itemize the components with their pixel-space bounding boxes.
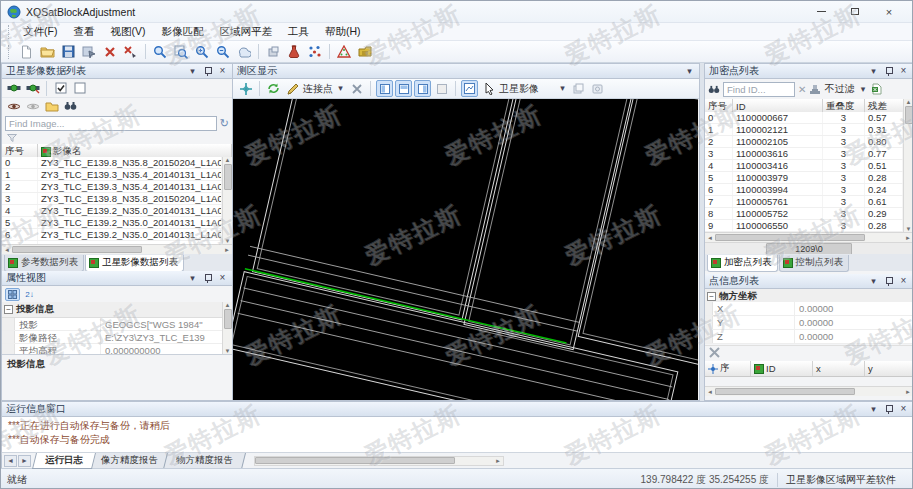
image-table-vscrollbar[interactable]: ▲▼ (222, 157, 232, 244)
minimize-button[interactable] (804, 1, 838, 22)
table-row[interactable]: 5110000397930.28 (705, 172, 903, 184)
menu-item[interactable]: 查看 (65, 23, 102, 41)
point-count-pager[interactable]: 1209\0 (766, 243, 852, 255)
report-tab[interactable]: 运行日志 (32, 453, 96, 469)
report-tab[interactable]: 像方精度报告 (88, 453, 171, 469)
filter-funnel-icon[interactable] (7, 134, 17, 142)
zoom-window-button[interactable] (171, 42, 191, 61)
close-panel-button[interactable]: × (898, 66, 909, 77)
table-row[interactable]: 0ZY3_TLC_E139.8_N35.8_20150204_L1A00 (2, 157, 222, 169)
overview-toggle-button[interactable] (461, 80, 478, 97)
link-point-dropdown[interactable]: ▾ (335, 83, 346, 94)
column-header-seq[interactable]: 序 (705, 361, 751, 376)
unchecked-checkbox-icon[interactable] (71, 80, 88, 97)
collapse-icon[interactable]: − (707, 292, 716, 301)
open-file-button[interactable] (37, 42, 57, 61)
table-row[interactable]: 3ZY3_TLC_E139.8_N35.8_20150204_L1A00 (2, 193, 222, 205)
log-hscrollbar[interactable]: ► (254, 456, 504, 466)
checked-checkbox-icon[interactable] (52, 80, 69, 97)
dock-menu-button[interactable]: ▾ (868, 66, 879, 77)
show-satellite-button[interactable] (5, 80, 22, 97)
find-image-input[interactable] (5, 116, 217, 131)
dock-tab[interactable]: 加密点列表 (707, 255, 778, 272)
tab-scroll-right[interactable]: ► (18, 455, 31, 467)
delete-button[interactable] (100, 42, 120, 61)
table-row[interactable]: 7110000576130.61 (705, 196, 903, 208)
menu-item[interactable]: 工具 (280, 23, 317, 41)
point-info-hscrollbar[interactable]: ◄► (705, 386, 913, 396)
remove-tool-button[interactable] (121, 42, 141, 61)
view-mode-3-button[interactable] (414, 80, 431, 97)
close-button[interactable]: × (872, 1, 906, 22)
accuracy-report-button[interactable] (334, 42, 354, 61)
tie-points-button[interactable] (305, 42, 325, 61)
table-row[interactable]: 6ZY3_TLC_E139.2_N35.0_20140131_L1A00 (2, 229, 222, 241)
binoculars-icon[interactable] (62, 99, 79, 114)
table-row[interactable]: 5ZY3_TLC_E139.2_N35.0_20140131_L1A00 (2, 217, 222, 229)
property-grid-vscrollbar[interactable]: ▲▼ (222, 302, 232, 354)
table-row[interactable]: 3110000361630.77 (705, 148, 903, 160)
table-row[interactable]: 4ZY3_TLC_E139.2_N35.0_20140131_L1A00 (2, 205, 222, 217)
export-excel-icon[interactable] (871, 83, 882, 95)
find-id-input[interactable] (723, 82, 795, 97)
tie-point-table-hscrollbar[interactable]: ◄► (705, 232, 913, 242)
close-panel-button[interactable]: × (898, 404, 909, 415)
property-row[interactable]: 投影GEOGCS["WGS 1984" (2, 318, 232, 331)
clear-search-icon[interactable]: ✕ (798, 84, 806, 95)
coordinate-row[interactable]: Y0.00000 (705, 316, 913, 330)
pan-button[interactable] (234, 42, 254, 61)
view-mode-2-button[interactable] (395, 80, 412, 97)
new-file-button[interactable] (16, 42, 36, 61)
table-row[interactable]: 2110000210530.80 (705, 136, 903, 148)
pin-icon[interactable] (883, 276, 894, 287)
table-row[interactable]: 6110000399430.24 (705, 184, 903, 196)
recenter-crosshair-button[interactable] (237, 80, 254, 97)
filter-dropdown[interactable]: ▾ (857, 84, 868, 95)
report-tab[interactable]: 物方精度报告 (163, 453, 246, 469)
map-canvas[interactable] (233, 99, 698, 400)
eye-visible-icon[interactable] (5, 99, 22, 114)
table-row[interactable]: 1110000212130.31 (705, 124, 903, 136)
refresh-icon[interactable]: ↻ (220, 117, 229, 130)
dock-tab[interactable]: 卫星影像数据列表 (85, 255, 184, 272)
menu-item[interactable]: 影像匹配 (153, 23, 211, 41)
table-row[interactable]: 0110000066730.57 (705, 112, 903, 124)
maximize-button[interactable] (838, 1, 872, 22)
image-table-hscrollbar[interactable]: ◄► (2, 244, 232, 254)
select-cursor-button[interactable] (480, 80, 497, 97)
property-group-row[interactable]: − 投影信息 (2, 302, 232, 318)
sort-alphabetical-button[interactable]: 2↓ (22, 288, 37, 301)
table-row[interactable]: 9110000655030.28 (705, 220, 903, 232)
dock-menu-button[interactable]: ▾ (868, 404, 879, 415)
dock-menu-button[interactable]: ▾ (868, 276, 879, 287)
match-settings-button[interactable] (263, 42, 283, 61)
clear-point-button[interactable] (709, 347, 720, 358)
table-row[interactable]: 8110000575230.29 (705, 208, 903, 220)
tie-point-table-vscrollbar[interactable]: ▲▼ (903, 99, 913, 232)
stamp-icon[interactable] (809, 84, 821, 95)
pin-icon[interactable] (202, 66, 213, 77)
menu-item[interactable]: 区域网平差 (211, 23, 280, 41)
view-mode-1-button[interactable] (376, 80, 393, 97)
coordinate-row[interactable]: Z0.00000 (705, 330, 913, 344)
dock-tab[interactable]: 控制点列表 (779, 255, 850, 272)
property-row[interactable]: 影像路径E:\ZY3\ZY3_TLC_E139 (2, 331, 232, 344)
column-header-id[interactable]: ID (751, 361, 813, 376)
pin-icon[interactable] (202, 273, 213, 284)
close-panel-button[interactable]: × (217, 66, 228, 77)
dock-menu-button[interactable]: ▾ (684, 66, 695, 77)
edit-pencil-button[interactable] (284, 80, 301, 97)
open-folder-icon[interactable] (43, 99, 60, 114)
table-row[interactable]: 4110000341630.51 (705, 160, 903, 172)
export-product-button[interactable] (355, 42, 375, 61)
zoom-plus-button[interactable] (192, 42, 212, 61)
adjustment-flask-icon[interactable] (284, 42, 304, 61)
zoom-minus-button[interactable] (213, 42, 233, 61)
eye-hidden-icon[interactable] (24, 99, 41, 114)
log-output[interactable]: ***正在进行自动保存与备份，请稍后***自动保存与备份完成 (2, 417, 913, 452)
pin-icon[interactable] (883, 66, 894, 77)
refresh-view-button[interactable] (265, 80, 282, 97)
coordinate-row[interactable]: X0.00000 (705, 302, 913, 316)
menu-item[interactable]: 文件(F) (15, 23, 65, 41)
categorize-button[interactable] (5, 288, 20, 301)
